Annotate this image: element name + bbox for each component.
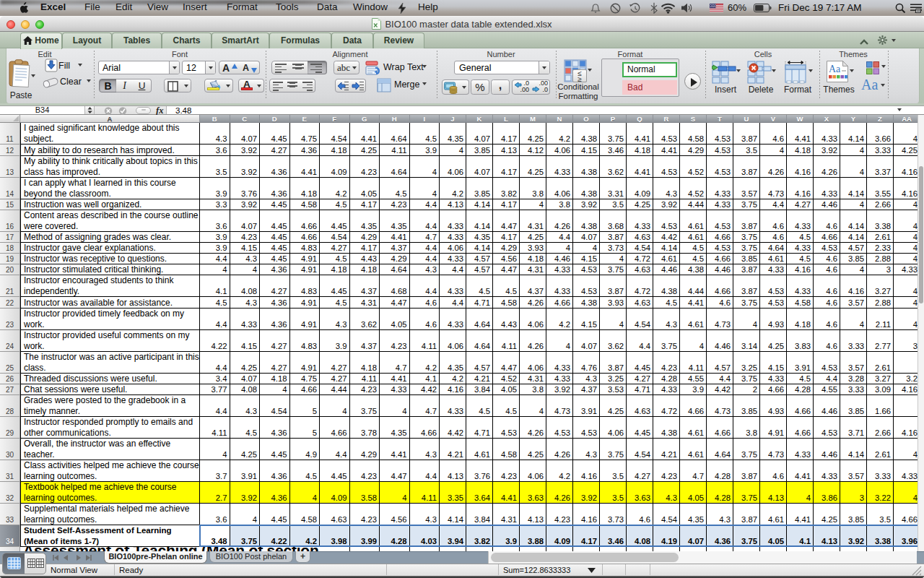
svg-text:Aa: Aa — [829, 64, 841, 74]
